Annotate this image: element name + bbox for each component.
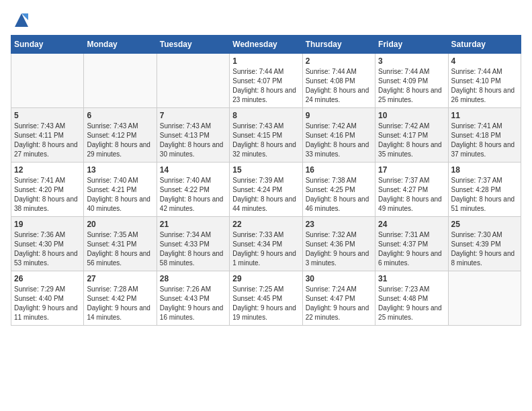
day-info: Sunrise: 7:43 AM Sunset: 4:15 PM Dayligh… (232, 122, 299, 159)
day-number: 12 (14, 165, 81, 175)
calendar-cell (157, 54, 229, 108)
calendar-cell: 10Sunrise: 7:42 AM Sunset: 4:17 PM Dayli… (375, 108, 448, 163)
calendar-cell: 16Sunrise: 7:38 AM Sunset: 4:25 PM Dayli… (302, 163, 375, 217)
day-number: 16 (306, 165, 372, 175)
week-row-5: 26Sunrise: 7:29 AM Sunset: 4:40 PM Dayli… (11, 271, 521, 326)
weekday-header-wednesday: Wednesday (230, 36, 302, 54)
day-number: 27 (87, 274, 153, 283)
calendar-cell: 13Sunrise: 7:40 AM Sunset: 4:21 PM Dayli… (84, 163, 157, 217)
calendar-cell: 18Sunrise: 7:37 AM Sunset: 4:28 PM Dayli… (448, 163, 521, 217)
day-number: 21 (160, 220, 226, 229)
calendar-cell: 9Sunrise: 7:42 AM Sunset: 4:16 PM Daylig… (302, 108, 375, 163)
day-number: 2 (306, 56, 372, 66)
day-number: 13 (87, 165, 153, 175)
calendar-cell: 12Sunrise: 7:41 AM Sunset: 4:20 PM Dayli… (11, 163, 84, 217)
calendar-cell: 19Sunrise: 7:36 AM Sunset: 4:30 PM Dayli… (11, 217, 84, 271)
logo (11, 11, 31, 30)
calendar-cell: 17Sunrise: 7:37 AM Sunset: 4:27 PM Dayli… (375, 163, 448, 217)
calendar-cell: 8Sunrise: 7:43 AM Sunset: 4:15 PM Daylig… (230, 108, 302, 163)
day-number: 7 (160, 111, 226, 120)
week-row-1: 1Sunrise: 7:44 AM Sunset: 4:07 PM Daylig… (11, 54, 521, 108)
weekday-header-tuesday: Tuesday (157, 36, 229, 54)
day-info: Sunrise: 7:37 AM Sunset: 4:28 PM Dayligh… (451, 176, 518, 214)
weekday-header-saturday: Saturday (448, 36, 521, 54)
calendar-cell: 25Sunrise: 7:30 AM Sunset: 4:39 PM Dayli… (448, 217, 521, 271)
day-info: Sunrise: 7:35 AM Sunset: 4:31 PM Dayligh… (87, 230, 153, 268)
day-number: 15 (232, 165, 299, 175)
day-number: 25 (451, 220, 518, 229)
day-info: Sunrise: 7:36 AM Sunset: 4:30 PM Dayligh… (14, 230, 81, 268)
calendar-cell: 6Sunrise: 7:43 AM Sunset: 4:12 PM Daylig… (84, 108, 157, 163)
calendar-cell: 29Sunrise: 7:25 AM Sunset: 4:45 PM Dayli… (230, 271, 302, 326)
day-number: 29 (232, 274, 299, 283)
day-info: Sunrise: 7:44 AM Sunset: 4:08 PM Dayligh… (306, 67, 372, 105)
day-number: 22 (232, 220, 299, 229)
day-info: Sunrise: 7:28 AM Sunset: 4:42 PM Dayligh… (87, 285, 153, 322)
day-number: 18 (451, 165, 518, 175)
calendar-cell: 11Sunrise: 7:41 AM Sunset: 4:18 PM Dayli… (448, 108, 521, 163)
day-info: Sunrise: 7:33 AM Sunset: 4:34 PM Dayligh… (232, 230, 299, 268)
day-info: Sunrise: 7:38 AM Sunset: 4:25 PM Dayligh… (306, 176, 372, 214)
day-number: 6 (87, 111, 153, 120)
calendar-cell (448, 271, 521, 326)
day-info: Sunrise: 7:29 AM Sunset: 4:40 PM Dayligh… (14, 285, 81, 322)
day-number: 23 (306, 220, 372, 229)
weekday-header-thursday: Thursday (302, 36, 375, 54)
day-info: Sunrise: 7:42 AM Sunset: 4:16 PM Dayligh… (306, 122, 372, 159)
day-number: 26 (14, 274, 81, 283)
day-number: 4 (451, 56, 518, 66)
page-header (11, 11, 521, 30)
day-number: 10 (378, 111, 445, 120)
day-info: Sunrise: 7:41 AM Sunset: 4:20 PM Dayligh… (14, 176, 81, 214)
calendar-cell: 28Sunrise: 7:26 AM Sunset: 4:43 PM Dayli… (157, 271, 229, 326)
day-number: 30 (306, 274, 372, 283)
calendar-cell: 27Sunrise: 7:28 AM Sunset: 4:42 PM Dayli… (84, 271, 157, 326)
day-info: Sunrise: 7:24 AM Sunset: 4:47 PM Dayligh… (306, 285, 372, 322)
day-info: Sunrise: 7:44 AM Sunset: 4:07 PM Dayligh… (232, 67, 299, 105)
day-number: 3 (378, 56, 445, 66)
day-info: Sunrise: 7:23 AM Sunset: 4:48 PM Dayligh… (378, 285, 445, 322)
day-info: Sunrise: 7:43 AM Sunset: 4:12 PM Dayligh… (87, 122, 153, 159)
calendar-cell: 3Sunrise: 7:44 AM Sunset: 4:09 PM Daylig… (375, 54, 448, 108)
logo-icon (12, 11, 31, 30)
day-info: Sunrise: 7:43 AM Sunset: 4:13 PM Dayligh… (160, 122, 226, 159)
calendar-cell (11, 54, 84, 108)
day-number: 14 (160, 165, 226, 175)
day-info: Sunrise: 7:43 AM Sunset: 4:11 PM Dayligh… (14, 122, 81, 159)
day-number: 8 (232, 111, 299, 120)
day-number: 11 (451, 111, 518, 120)
calendar-cell: 30Sunrise: 7:24 AM Sunset: 4:47 PM Dayli… (302, 271, 375, 326)
calendar-cell: 23Sunrise: 7:32 AM Sunset: 4:36 PM Dayli… (302, 217, 375, 271)
calendar-cell: 21Sunrise: 7:34 AM Sunset: 4:33 PM Dayli… (157, 217, 229, 271)
calendar-cell: 14Sunrise: 7:40 AM Sunset: 4:22 PM Dayli… (157, 163, 229, 217)
calendar-cell: 15Sunrise: 7:39 AM Sunset: 4:24 PM Dayli… (230, 163, 302, 217)
day-number: 17 (378, 165, 445, 175)
calendar-cell: 2Sunrise: 7:44 AM Sunset: 4:08 PM Daylig… (302, 54, 375, 108)
calendar-cell: 7Sunrise: 7:43 AM Sunset: 4:13 PM Daylig… (157, 108, 229, 163)
calendar-cell: 24Sunrise: 7:31 AM Sunset: 4:37 PM Dayli… (375, 217, 448, 271)
day-number: 9 (306, 111, 372, 120)
day-number: 20 (87, 220, 153, 229)
calendar-cell: 26Sunrise: 7:29 AM Sunset: 4:40 PM Dayli… (11, 271, 84, 326)
day-info: Sunrise: 7:25 AM Sunset: 4:45 PM Dayligh… (232, 285, 299, 322)
week-row-3: 12Sunrise: 7:41 AM Sunset: 4:20 PM Dayli… (11, 163, 521, 217)
calendar-cell: 20Sunrise: 7:35 AM Sunset: 4:31 PM Dayli… (84, 217, 157, 271)
calendar-cell: 4Sunrise: 7:44 AM Sunset: 4:10 PM Daylig… (448, 54, 521, 108)
calendar-cell: 31Sunrise: 7:23 AM Sunset: 4:48 PM Dayli… (375, 271, 448, 326)
weekday-header-row: SundayMondayTuesdayWednesdayThursdayFrid… (11, 36, 521, 54)
day-info: Sunrise: 7:44 AM Sunset: 4:09 PM Dayligh… (378, 67, 445, 105)
weekday-header-friday: Friday (375, 36, 448, 54)
day-number: 5 (14, 111, 81, 120)
calendar-cell (84, 54, 157, 108)
day-number: 28 (160, 274, 226, 283)
calendar-table: SundayMondayTuesdayWednesdayThursdayFrid… (11, 35, 521, 326)
weekday-header-monday: Monday (84, 36, 157, 54)
day-info: Sunrise: 7:32 AM Sunset: 4:36 PM Dayligh… (306, 230, 372, 268)
day-info: Sunrise: 7:41 AM Sunset: 4:18 PM Dayligh… (451, 122, 518, 159)
calendar-cell: 22Sunrise: 7:33 AM Sunset: 4:34 PM Dayli… (230, 217, 302, 271)
day-number: 31 (378, 274, 445, 283)
day-number: 19 (14, 220, 81, 229)
week-row-4: 19Sunrise: 7:36 AM Sunset: 4:30 PM Dayli… (11, 217, 521, 271)
day-info: Sunrise: 7:40 AM Sunset: 4:22 PM Dayligh… (160, 176, 226, 214)
day-info: Sunrise: 7:31 AM Sunset: 4:37 PM Dayligh… (378, 230, 445, 268)
